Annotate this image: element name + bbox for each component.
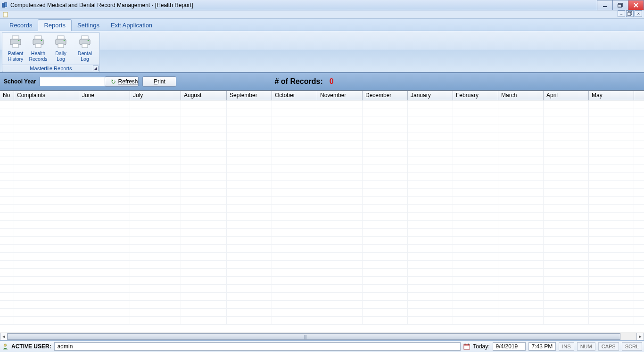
ribbon-group-launcher-icon[interactable]: ◢ <box>93 66 99 71</box>
ribbon-button-label: Records <box>29 56 47 62</box>
svg-rect-20 <box>58 44 64 48</box>
tab-settings[interactable]: Settings <box>72 20 105 31</box>
tab-reports[interactable]: Reports <box>38 19 72 31</box>
school-year-label: School Year <box>4 78 36 85</box>
grid-header-row: NoComplaintsJuneJulyAugustSeptemberOctob… <box>0 91 644 100</box>
filter-bar: School Year ▼ ↻ Refresh PPrintrint # of … <box>0 73 644 90</box>
grid-body[interactable] <box>0 100 644 332</box>
status-bar: ACTIVE USER: admin Today: 9/4/2019 7:43 … <box>0 340 644 352</box>
refresh-button[interactable]: ↻ Refresh <box>105 76 139 87</box>
ribbon-button-patient-history[interactable]: Patient History <box>4 33 27 65</box>
scroll-right-icon[interactable]: ► <box>636 333 644 340</box>
window-close-button[interactable] <box>628 0 644 10</box>
window-maximize-button[interactable] <box>612 0 628 10</box>
grid-column-header[interactable]: June <box>79 91 130 100</box>
svg-rect-22 <box>82 36 88 39</box>
scrollbar-thumb[interactable] <box>8 333 620 340</box>
svg-rect-24 <box>82 44 88 48</box>
ribbon-button-health-records[interactable]: Health Records <box>27 33 50 65</box>
table-row <box>0 317 644 325</box>
grid-column-header[interactable]: March <box>498 91 544 100</box>
calendar-icon <box>463 343 470 350</box>
scrollbar-track[interactable] <box>8 333 620 340</box>
svg-rect-18 <box>58 36 64 39</box>
grid-column-header[interactable]: December <box>363 91 408 100</box>
table-row <box>0 165 644 173</box>
table-row <box>0 197 644 205</box>
svg-rect-12 <box>13 44 18 48</box>
table-row <box>0 245 644 253</box>
grid-column-header[interactable]: November <box>317 91 363 100</box>
records-count-value: 0 <box>330 77 334 86</box>
ribbon-tabs: Records Reports Settings Exit Applicatio… <box>0 19 644 31</box>
svg-rect-16 <box>35 44 41 48</box>
refresh-button-label: Refresh <box>118 78 138 85</box>
ribbon-button-daily-log[interactable]: Daily Log <box>50 33 72 65</box>
tab-records[interactable]: Records <box>4 20 38 31</box>
school-year-combo[interactable]: ▼ <box>40 77 101 86</box>
document-icon <box>3 12 8 17</box>
window-minimize-button[interactable] <box>597 0 613 10</box>
records-count-label: # of Records: <box>274 77 322 86</box>
grid-column-header[interactable]: April <box>544 91 589 100</box>
ribbon-button-dental-log[interactable]: Dental Log <box>72 33 98 65</box>
printer-icon <box>53 34 68 49</box>
scroll-left-icon[interactable]: ◄ <box>0 333 8 340</box>
active-user-label: ACTIVE USER: <box>11 343 51 350</box>
printer-icon <box>77 34 92 49</box>
grid-column-header[interactable]: September <box>227 91 272 100</box>
grid-column-header[interactable]: July <box>130 91 181 100</box>
status-indicator-caps: CAPS <box>598 342 619 351</box>
ribbon-button-label: Log <box>57 56 65 62</box>
grid-column-header[interactable]: May <box>589 91 634 100</box>
table-row <box>0 124 644 132</box>
grid-column-header[interactable]: October <box>272 91 317 100</box>
table-row <box>0 221 644 229</box>
printer-icon <box>8 34 23 49</box>
mdi-restore-button[interactable] <box>626 10 634 17</box>
tab-exit-application[interactable]: Exit Application <box>105 20 158 31</box>
table-row <box>0 253 644 261</box>
table-row <box>0 173 644 181</box>
ribbon-button-label: Patient <box>8 50 24 56</box>
svg-point-17 <box>41 40 42 41</box>
table-row <box>0 116 644 124</box>
status-indicator-num: NUM <box>577 342 595 351</box>
table-row <box>0 140 644 148</box>
table-row <box>0 156 644 165</box>
mdi-close-button[interactable]: ✕ <box>635 10 642 17</box>
ribbon-group-caption: Masterfile Reports <box>30 66 72 71</box>
time-field: 7:43 PM <box>528 342 556 351</box>
user-icon <box>2 343 8 350</box>
table-row <box>0 277 644 285</box>
grid-column-header[interactable]: No <box>0 91 14 100</box>
ribbon-button-label: Daily <box>55 50 66 56</box>
grid-column-header[interactable]: August <box>181 91 227 100</box>
close-icon <box>633 3 639 8</box>
restore-icon <box>627 11 632 16</box>
grid-horizontal-scrollbar[interactable]: ◄ ► <box>0 332 644 340</box>
svg-rect-9 <box>627 12 631 16</box>
status-indicator-ins: INS <box>559 342 574 351</box>
grid-column-header[interactable]: Complaints <box>14 91 79 100</box>
svg-rect-10 <box>12 36 19 39</box>
table-row <box>0 293 644 301</box>
table-row <box>0 301 644 309</box>
mdi-minimize-button[interactable]: – <box>618 10 625 17</box>
data-grid: NoComplaintsJuneJulyAugustSeptemberOctob… <box>0 90 644 340</box>
table-row <box>0 237 644 245</box>
table-row <box>0 285 644 293</box>
grid-column-header[interactable]: January <box>408 91 453 100</box>
refresh-icon: ↻ <box>111 78 116 85</box>
minimize-icon <box>602 3 608 8</box>
active-user-field: admin <box>54 342 461 351</box>
quick-access-strip: – ✕ <box>0 10 644 19</box>
grid-column-header[interactable]: February <box>453 91 498 100</box>
print-button[interactable]: PPrintrint <box>142 76 176 87</box>
table-row <box>0 100 644 108</box>
svg-point-25 <box>88 40 89 41</box>
school-year-input[interactable] <box>40 77 115 86</box>
svg-rect-7 <box>3 12 8 17</box>
maximize-icon <box>618 3 623 8</box>
table-row <box>0 205 644 213</box>
